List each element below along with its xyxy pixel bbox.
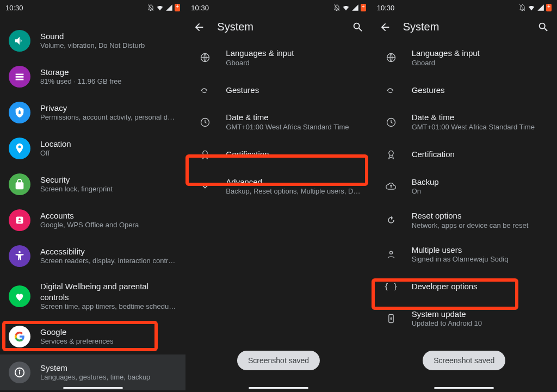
users-icon <box>380 249 402 260</box>
system-icon <box>9 362 30 383</box>
clock: 10:30 <box>5 4 23 12</box>
back-icon[interactable] <box>193 21 205 33</box>
row-privacy[interactable]: PrivacyPermissions, account activity, pe… <box>0 95 185 130</box>
search-icon[interactable] <box>537 21 549 33</box>
wifi-icon <box>156 4 164 11</box>
battery-saver-icon <box>361 4 366 11</box>
accessibility-icon <box>9 245 30 267</box>
sound-icon <box>9 30 30 52</box>
clock-icon <box>380 117 402 128</box>
row-languages[interactable]: Languages & inputGboard <box>372 41 557 74</box>
row-multiple-users[interactable]: Multiple usersSigned in as Olanrewaju So… <box>372 238 557 271</box>
signal-icon <box>537 4 544 11</box>
panel-system-expanded: 10:30 System Languages & inputGboard Ges… <box>372 0 557 392</box>
gestures-icon <box>194 84 216 95</box>
storage-icon <box>9 66 30 88</box>
signal-icon <box>351 4 359 11</box>
row-certification[interactable]: Certification <box>185 139 371 170</box>
reset-icon <box>380 215 402 226</box>
row-accessibility[interactable]: AccessibilityScreen readers, display, in… <box>0 238 185 274</box>
row-location[interactable]: LocationOff <box>0 130 185 166</box>
status-icons <box>333 4 366 11</box>
row-wellbeing[interactable]: Digital Wellbeing and parental controlsS… <box>0 274 185 319</box>
row-languages[interactable]: Languages & inputGboard <box>185 41 371 74</box>
status-bar: 10:30 <box>372 0 557 15</box>
row-gestures[interactable]: Gestures <box>185 74 371 105</box>
clock: 10:30 <box>191 4 209 12</box>
status-bar: 10:30 <box>185 0 371 15</box>
chevron-down-icon <box>194 181 216 192</box>
battery-saver-icon <box>175 4 180 11</box>
dnd-icon <box>147 4 154 11</box>
row-date-time[interactable]: Date & timeGMT+01:00 West Africa Standar… <box>185 105 371 139</box>
header: System <box>185 15 371 41</box>
gestures-icon <box>380 84 402 95</box>
row-gestures[interactable]: Gestures <box>372 74 557 105</box>
row-advanced[interactable]: AdvancedBackup, Reset options, Multiple … <box>185 170 371 203</box>
battery-saver-icon <box>546 4 552 11</box>
row-system-update[interactable]: System updateUpdated to Android 10 <box>372 302 557 335</box>
panel-system-collapsed: 10:30 System Languages & inputGboard Ges… <box>185 0 371 392</box>
status-bar: 10:30 x <box>0 0 185 15</box>
status-icons <box>518 4 552 11</box>
status-icons: x <box>147 4 180 11</box>
row-google[interactable]: GoogleServices & preferences <box>0 319 185 354</box>
system-update-icon <box>380 313 402 324</box>
row-certification[interactable]: Certification <box>372 139 557 170</box>
certification-icon <box>194 149 216 160</box>
row-system[interactable]: SystemLanguages, gestures, time, backup <box>0 354 185 390</box>
svg-rect-8 <box>19 371 20 375</box>
row-backup[interactable]: BackupOn <box>372 170 557 203</box>
row-date-time[interactable]: Date & timeGMT+01:00 West Africa Standar… <box>372 105 557 139</box>
svg-rect-1 <box>18 111 21 114</box>
page-title: System <box>403 21 525 33</box>
system-list[interactable]: Languages & inputGboard Gestures Date & … <box>185 41 371 392</box>
toast-screenshot-saved[interactable]: Screenshot saved <box>423 351 505 370</box>
privacy-icon <box>9 102 30 123</box>
accounts-icon <box>9 209 30 231</box>
row-security[interactable]: SecurityScreen lock, fingerprint <box>0 166 185 202</box>
developer-icon: { } <box>380 282 402 291</box>
page-title: System <box>217 21 339 33</box>
back-icon[interactable] <box>379 21 391 33</box>
svg-point-4 <box>18 218 21 220</box>
gesture-nav-bar[interactable] <box>63 387 123 389</box>
security-icon <box>9 173 30 195</box>
system-list-expanded[interactable]: Languages & inputGboard Gestures Date & … <box>372 41 557 392</box>
svg-point-17 <box>389 251 392 254</box>
panel-settings: 10:30 x SoundVolume, vibration, Do Not D… <box>0 0 185 392</box>
gesture-nav-bar[interactable] <box>434 387 494 389</box>
row-developer-options[interactable]: { } Developer options <box>372 271 557 302</box>
row-storage[interactable]: Storage81% used · 11.96 GB free <box>0 59 185 95</box>
svg-point-13 <box>203 151 207 155</box>
svg-point-2 <box>19 110 21 112</box>
row-sound[interactable]: SoundVolume, vibration, Do Not Disturb <box>0 23 185 59</box>
svg-point-16 <box>388 151 393 155</box>
wellbeing-icon <box>9 285 30 307</box>
toast-screenshot-saved[interactable]: Screenshot saved <box>237 351 320 370</box>
clock: 10:30 <box>377 4 395 12</box>
row-accounts[interactable]: AccountsGoogle, WPS Office and Opera <box>0 202 185 238</box>
settings-list[interactable]: SoundVolume, vibration, Do Not Disturb S… <box>0 23 185 392</box>
globe-icon <box>194 52 216 63</box>
wifi-icon <box>342 4 350 11</box>
svg-point-5 <box>18 251 21 253</box>
certification-icon <box>380 149 402 160</box>
dnd-icon <box>518 4 526 11</box>
wifi-icon <box>528 4 535 11</box>
dnd-icon <box>333 4 341 11</box>
backup-icon <box>380 181 402 192</box>
globe-icon <box>380 52 402 63</box>
gesture-nav-bar[interactable] <box>249 387 308 389</box>
google-icon <box>9 326 30 347</box>
row-reset-options[interactable]: Reset optionsNetwork, apps or device can… <box>372 203 557 237</box>
clock-icon <box>194 117 216 128</box>
search-icon[interactable] <box>352 21 364 33</box>
svg-point-7 <box>19 370 20 371</box>
signal-icon: x <box>165 4 173 11</box>
location-icon <box>9 138 30 159</box>
header: System <box>372 15 557 41</box>
svg-text:x: x <box>168 5 169 9</box>
